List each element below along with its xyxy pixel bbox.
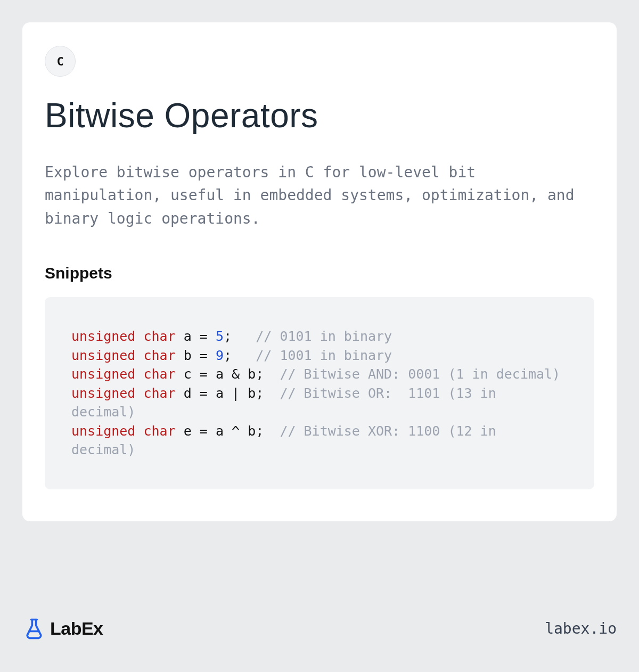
code-token: b = bbox=[176, 348, 216, 363]
code-token-number: 5 bbox=[216, 329, 224, 344]
page-title: Bitwise Operators bbox=[45, 96, 594, 135]
code-snippet: unsigned char a = 5; // 0101 in binary u… bbox=[45, 297, 594, 489]
brand-flask-icon bbox=[22, 617, 46, 640]
language-badge-label: C bbox=[56, 55, 63, 68]
site-url: labex.io bbox=[545, 620, 617, 637]
code-token: c = a & b; bbox=[176, 366, 280, 382]
code-token: e = a ^ b; bbox=[176, 423, 280, 439]
code-token bbox=[135, 366, 143, 382]
code-token bbox=[135, 329, 143, 344]
code-token-keyword: unsigned bbox=[71, 329, 135, 344]
code-token-keyword: unsigned bbox=[71, 366, 135, 382]
code-content: unsigned char a = 5; // 0101 in binary u… bbox=[71, 329, 560, 457]
content-card: C Bitwise Operators Explore bitwise oper… bbox=[22, 22, 617, 521]
code-token bbox=[135, 348, 143, 363]
code-token: a = bbox=[176, 329, 216, 344]
snippets-heading: Snippets bbox=[45, 264, 594, 282]
language-badge: C bbox=[45, 46, 76, 77]
code-token-keyword: unsigned bbox=[71, 386, 135, 401]
code-token-keyword: char bbox=[143, 366, 175, 382]
code-token-number: 9 bbox=[216, 348, 224, 363]
code-token: ; bbox=[224, 329, 256, 344]
page-description: Explore bitwise operators in C for low-l… bbox=[45, 161, 594, 230]
code-token bbox=[135, 423, 143, 439]
brand-name: LabEx bbox=[50, 618, 103, 639]
code-token-keyword: unsigned bbox=[71, 348, 135, 363]
page-footer: LabEx labex.io bbox=[22, 617, 617, 640]
code-token-keyword: char bbox=[143, 329, 175, 344]
code-token-comment: // 0101 in binary bbox=[256, 329, 392, 344]
code-token-comment: // Bitwise AND: 0001 (1 in decimal) bbox=[280, 366, 560, 382]
code-token: d = a | b; bbox=[176, 386, 280, 401]
brand: LabEx bbox=[22, 617, 103, 640]
code-token-keyword: unsigned bbox=[71, 423, 135, 439]
code-token: ; bbox=[224, 348, 256, 363]
code-token-keyword: char bbox=[143, 423, 175, 439]
code-token-keyword: char bbox=[143, 386, 175, 401]
code-token-comment: // 1001 in binary bbox=[256, 348, 392, 363]
code-token-keyword: char bbox=[143, 348, 175, 363]
code-token bbox=[135, 386, 143, 401]
